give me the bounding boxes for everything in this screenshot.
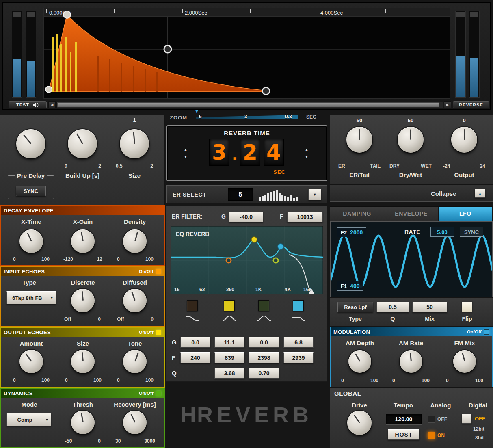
band2-color-button[interactable] <box>224 300 235 311</box>
eq-band2-handle[interactable] <box>251 237 257 242</box>
band2-shape-icon[interactable] <box>221 314 238 323</box>
chevron-up-icon: ▲ <box>478 191 482 196</box>
eq-f1-value[interactable]: 240 <box>180 352 210 363</box>
eq-g4-value[interactable]: 6.8 <box>283 337 314 348</box>
amount-knob[interactable] <box>19 350 43 373</box>
pre-delay-knob[interactable] <box>16 129 45 158</box>
size-knob[interactable] <box>120 129 149 158</box>
x-gain-knob[interactable] <box>71 229 95 253</box>
am-rate-knob[interactable] <box>400 350 422 373</box>
analog-off-option[interactable]: OFF <box>437 416 447 422</box>
test-button[interactable]: TEST <box>9 101 47 108</box>
band3-color-button[interactable] <box>258 300 269 311</box>
eq-f2-value[interactable]: 839 <box>214 352 244 363</box>
eq-f4-value[interactable]: 2939 <box>283 352 314 363</box>
dry-wet-knob[interactable] <box>398 127 424 153</box>
chevron-down-icon: ▼ <box>313 193 317 197</box>
host-button[interactable]: HOST <box>388 429 419 440</box>
x-time-knob[interactable] <box>19 229 43 253</box>
dynamics-enable-led[interactable] <box>156 391 161 396</box>
eq-q2-value[interactable]: 3.68 <box>214 368 244 379</box>
main-knobs-section: 1 02 0.52 Build Up [s] Size Pre Delay SY… <box>0 115 165 205</box>
density-knob[interactable] <box>123 229 147 253</box>
scrollbar-thumb[interactable] <box>57 102 439 107</box>
spinner-down-icon[interactable]: ▼ <box>305 155 309 159</box>
envelope-end-handle[interactable] <box>262 87 270 95</box>
reverse-button[interactable]: REVERSE <box>453 101 489 108</box>
eq-g2-value[interactable]: 11.1 <box>214 337 244 348</box>
eq-q3-value[interactable]: 0.70 <box>249 368 279 379</box>
spinner-up-icon[interactable]: ▲ <box>184 148 188 152</box>
density-label: Density <box>110 218 159 225</box>
envelope-peak-handle[interactable] <box>63 11 71 18</box>
analog-on-led[interactable] <box>428 432 435 439</box>
analog-on-option[interactable]: ON <box>437 433 445 438</box>
eq-band3-handle[interactable] <box>273 258 278 263</box>
reverb-time-display[interactable]: 3 . 2 4 <box>208 139 285 166</box>
tone-knob[interactable] <box>123 350 147 373</box>
er-tail-label: ER/Tail <box>339 171 380 178</box>
envelope-start-handle[interactable] <box>45 86 52 93</box>
digital-8bit-option[interactable]: 8bit <box>475 435 484 441</box>
flip-toggle[interactable] <box>462 301 472 312</box>
drive-knob[interactable] <box>347 411 372 435</box>
modulation-enable-led[interactable] <box>484 329 489 335</box>
scrollbar[interactable] <box>56 102 443 108</box>
band1-shape-icon[interactable] <box>184 314 201 323</box>
digital-off-option[interactable]: OFF <box>475 416 485 422</box>
discrete-range: Off0 <box>64 316 101 322</box>
lfo-rate-value[interactable]: 5.00 <box>430 227 454 237</box>
reverb-time-spinner-left[interactable]: ▲▼ <box>184 148 188 159</box>
mode-dropdown[interactable]: Comp▼ <box>6 413 51 426</box>
digital-12bit-option[interactable]: 12bit <box>473 426 484 432</box>
output-size-knob[interactable] <box>71 350 95 373</box>
scroll-right-button[interactable]: ▶ <box>444 101 451 108</box>
spinner-up-icon[interactable]: ▲ <box>305 148 309 152</box>
eq-band1-handle[interactable] <box>226 258 231 263</box>
fm-mix-knob[interactable] <box>453 350 476 373</box>
eq-f3-value[interactable]: 2398 <box>249 352 279 363</box>
output-echoes-enable-led[interactable] <box>156 330 161 335</box>
er-filter-freq-value[interactable]: 10013 <box>287 212 323 222</box>
scroll-left-button[interactable]: ◀ <box>48 101 56 108</box>
er-filter-gain-value[interactable]: -40.0 <box>229 212 263 222</box>
band3-shape-icon[interactable] <box>256 314 272 323</box>
tab-envelope[interactable]: ENVELOPE <box>384 207 438 221</box>
thresh-knob[interactable] <box>71 411 95 434</box>
er-select-value[interactable]: 5 <box>228 188 253 201</box>
filter-type-dropdown[interactable]: Reso Lpf <box>337 302 373 312</box>
analog-off-led[interactable] <box>428 416 435 423</box>
discrete-knob[interactable] <box>71 289 95 312</box>
lfo-f2-control[interactable]: F22000 <box>337 227 366 237</box>
band4-color-button[interactable] <box>293 300 304 311</box>
eq-g1-value[interactable]: 0.0 <box>180 337 210 348</box>
collapse-button[interactable]: ▲ <box>475 189 485 198</box>
zoom-marker-icon[interactable]: ▼ <box>194 108 199 114</box>
spinner-down-icon[interactable]: ▼ <box>184 155 188 159</box>
tempo-value[interactable]: 120.00 <box>386 414 422 424</box>
input-type-dropdown[interactable]: 6Tap 8th FB▼ <box>6 291 56 304</box>
am-depth-knob[interactable] <box>348 350 371 373</box>
tab-lfo[interactable]: LFO <box>439 207 493 221</box>
er-select-dropdown-button[interactable]: ▼ <box>308 189 321 200</box>
digital-switch[interactable] <box>462 414 471 424</box>
eq-band4-handle[interactable] <box>278 244 283 249</box>
lfo-sync-button[interactable]: SYNC <box>460 227 483 237</box>
filter-q-value[interactable]: 0.5 <box>376 302 409 312</box>
er-tail-knob[interactable] <box>346 127 372 153</box>
filter-mix-value[interactable]: 50 <box>412 302 447 312</box>
band1-color-button[interactable] <box>187 300 198 311</box>
eq-g3-value[interactable]: 0.0 <box>249 337 279 348</box>
recovery-knob[interactable] <box>123 411 147 434</box>
reverb-time-spinner-right[interactable]: ▲▼ <box>305 148 309 159</box>
band4-shape-icon[interactable] <box>290 314 307 323</box>
input-echoes-enable-led[interactable] <box>156 269 161 274</box>
lfo-f1-control[interactable]: F1400 <box>337 281 363 291</box>
envelope-mid-handle[interactable] <box>164 45 171 53</box>
fm-mix-label: FM Mix <box>440 340 489 346</box>
tab-damping[interactable]: DAMPING <box>330 207 384 221</box>
sync-button[interactable]: SYNC <box>16 186 46 196</box>
output-knob[interactable] <box>451 127 477 153</box>
diffused-knob[interactable] <box>123 289 147 312</box>
build-up-knob[interactable] <box>68 129 97 158</box>
